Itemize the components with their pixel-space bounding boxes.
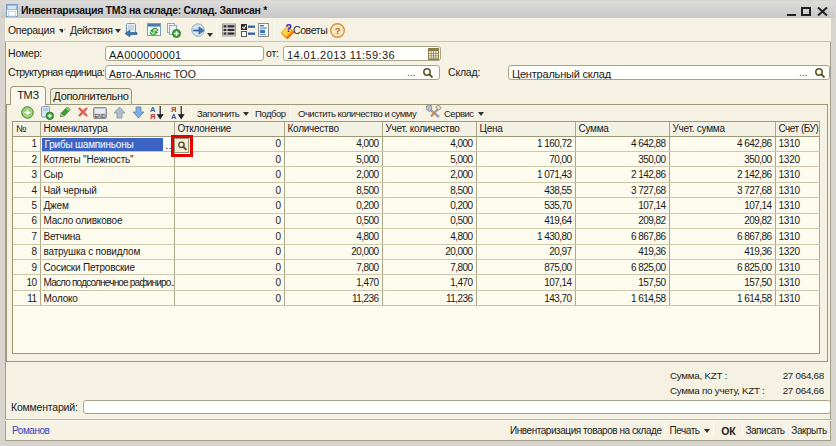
svg-text:Я: Я [150, 112, 155, 120]
svg-text:А: А [171, 112, 177, 120]
svg-text:?: ? [285, 22, 292, 34]
svg-text:?: ? [335, 25, 341, 36]
svg-text:END: END [94, 113, 105, 119]
